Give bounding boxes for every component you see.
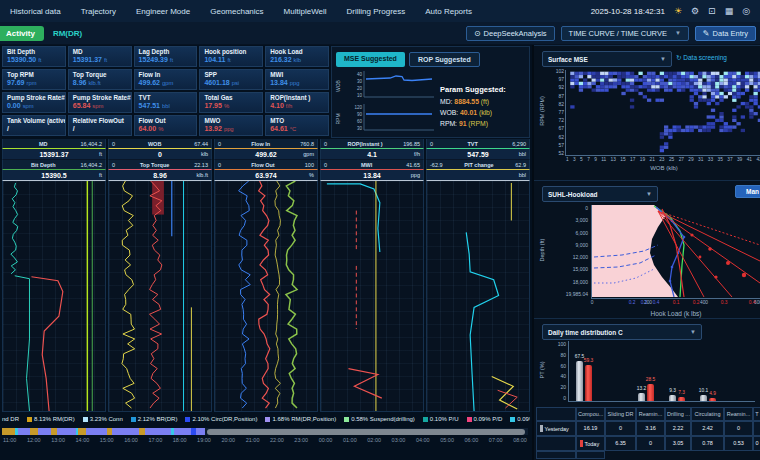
metric-card-md[interactable]: MD15391.37ft [68,46,132,67]
metric-card-bit-depth[interactable]: Bit Depth15390.50ft [2,46,66,67]
metric-value: 15390.50ft [7,56,61,63]
metric-card-mwi[interactable]: MWI13.84ppg [265,69,329,90]
hookload-chart[interactable] [592,205,760,297]
track-plot-2[interactable] [108,181,212,412]
track-value-row: bbl [426,170,530,181]
mse-x-tick: 39 [737,157,742,162]
mse-heatmap[interactable] [566,70,760,154]
nav-item-auto-reports[interactable]: Auto Reports [425,7,472,16]
track-value-row: 0klb [108,149,212,160]
track-scale-row: 0Top Torque22.13 [108,160,212,170]
nav-item-drilling-progress[interactable]: Drilling Progress [347,7,406,16]
timeline-segment [30,428,38,435]
mse-y-tick: 62 [558,134,564,140]
timeline-strip[interactable] [2,428,528,435]
nav-item-trajectory[interactable]: Trajectory [81,7,116,16]
metric-card-mto[interactable]: MTO64.61°C [265,115,329,136]
metric-card-total-gas[interactable]: Total Gas17.95% [199,92,263,113]
timeline-labels: 11:0012:0013:0014:0015:0016:0017:0018:00… [0,435,530,443]
daily-bar [585,365,592,401]
nav-icons: ☀⚙⊡▦◎ [674,7,750,16]
metric-label: Top Torque [73,71,127,78]
metric-card-pump-stroke-rate-2[interactable]: Pump Stroke Rate#20.00spm [2,92,66,113]
theme-sun-icon[interactable]: ☀ [674,7,682,16]
tab-rm-dr[interactable]: RM(DR) [53,29,82,38]
metric-card-lag-depth[interactable]: Lag Depth15249.39ft [134,46,198,67]
deepseek-analysis-button[interactable]: ⊙ DeepSeekAnalysis [466,26,555,41]
legend-label: 0.09% [517,416,530,422]
daily-bar [576,361,583,402]
track-value-row: 547.59bbl [426,149,530,160]
mse-x-tick: 11 [601,157,606,162]
daily-bar-label: 7.3 [673,390,691,395]
daily-bar-chart[interactable]: 67.559.313.228.59.37.310.14.9 [568,341,755,402]
curve-type-select[interactable]: TIME CURVE / TIME CURVE ▼ [561,26,689,41]
toolbar: Activity RM(DR) ⊙ DeepSeekAnalysis TIME … [0,22,760,45]
track-plot-5[interactable] [426,181,530,412]
apps-grid-icon[interactable]: ▦ [725,7,734,16]
metric-card-mwo[interactable]: MWO13.92ppg [199,115,263,136]
track-value-row: 63.974% [214,170,318,181]
track-scale-row: MD16,404.2 [2,139,106,149]
log-tracks: MD16,404.215391.37ftBit Depth16,404.2153… [2,139,530,412]
daily-y-tick: 40 [560,373,566,379]
metric-card-top-rpm[interactable]: Top RPM97.69rpm [2,69,66,90]
rop-suggested-button[interactable]: ROP Suggested [409,52,480,67]
surface-mse-dropdown[interactable]: Surface MSE ▼ [542,51,672,67]
metric-card-relative-flowout[interactable]: Relative FlowOut/ [68,115,132,136]
time-tick: 18:00 [173,437,187,443]
daily-table-cell [753,421,760,436]
track-plot-3[interactable] [214,181,318,412]
metric-card-spp[interactable]: SPP4601.18psi [199,69,263,90]
nav-item-geomechanics[interactable]: Geomechanics [210,7,263,16]
track-value-row: 15390.5ft [2,170,106,181]
metric-card-hook-load[interactable]: Hook Load216.32klb [265,46,329,67]
metric-label: Pump Stroke Rate#2 [7,94,61,101]
mse-x-tick: 21 [649,157,654,162]
legend-item: 3.23% Conn [83,416,123,422]
metric-card-pump-stroke-rate-3[interactable]: Pump Stroke Rate#365.84spm [68,92,132,113]
metric-label: Flow In [139,71,193,78]
right-panel: Surface MSE ▼ ↻ Data screening RPM (RPM)… [532,45,760,460]
metric-card-rop-instant-[interactable]: ROP(Instant )4.10f/h [265,92,329,113]
metric-card-top-torque[interactable]: Top Torque8.96klb.ft [68,69,132,90]
metric-label: TVT [139,94,193,101]
time-tick: 04:00 [416,437,430,443]
daily-distribution-dropdown[interactable]: Daily time distribution C ▼ [542,324,702,340]
metric-card-flow-in[interactable]: Flow In499.62gpm [134,69,198,90]
fullscreen-icon[interactable]: ⊡ [708,7,716,16]
settings-gear-icon[interactable]: ⚙ [691,7,699,16]
metric-card-hook-position[interactable]: Hook position104.11ft [199,46,263,67]
nav-item-engineer-mode[interactable]: Engineer Mode [136,7,190,16]
time-tick: 08:00 [513,437,527,443]
mse-x-tick: 1 [566,157,569,162]
data-entry-button[interactable]: ✎ Data Entry [695,26,756,41]
timeline-scrollbar-handle[interactable] [207,429,525,435]
metric-card-flow-out[interactable]: Flow Out64.00% [134,115,198,136]
manage-button[interactable]: Man [735,185,760,198]
suggest-mini-charts: WOB40302010RPM120906030 [334,71,436,135]
time-tick: 23:00 [294,437,308,443]
friction-label-blue: 0.4 [653,300,660,305]
nav-item-multiplewell[interactable]: MultipleWell [284,7,327,16]
mse-x-tick: 19 [640,157,645,162]
daily-table-cell: 0 [753,436,760,451]
mse-suggested-button[interactable]: MSE Suggested [336,52,405,67]
nav-item-historical-data[interactable]: Historical data [10,7,61,16]
daily-y-tick: 20 [560,384,566,390]
mse-x-tick: 13 [611,157,616,162]
mini-chart-wob: WOB40302010 [334,71,436,102]
metric-value: 64.00% [139,125,193,132]
track-plot-4[interactable] [320,181,424,412]
power-icon[interactable]: ◎ [742,7,750,16]
data-screening-link[interactable]: ↻ Data screening [676,54,727,62]
metric-card-tvt[interactable]: TVT547.51bbl [134,92,198,113]
legend-item: 0.58% Suspend(drilling) [344,416,415,422]
track-plot-1[interactable] [2,181,106,412]
metric-label: Total Gas [204,94,258,101]
time-tick: 01:00 [343,437,357,443]
tab-activity[interactable]: Activity [0,26,44,41]
hookload-dropdown[interactable]: SUHL-Hookload ▼ [542,186,658,202]
daily-y-axis-label: PT (%) [539,352,545,388]
metric-card-tank-volume-active-[interactable]: Tank Volume (active)/ [2,115,66,136]
